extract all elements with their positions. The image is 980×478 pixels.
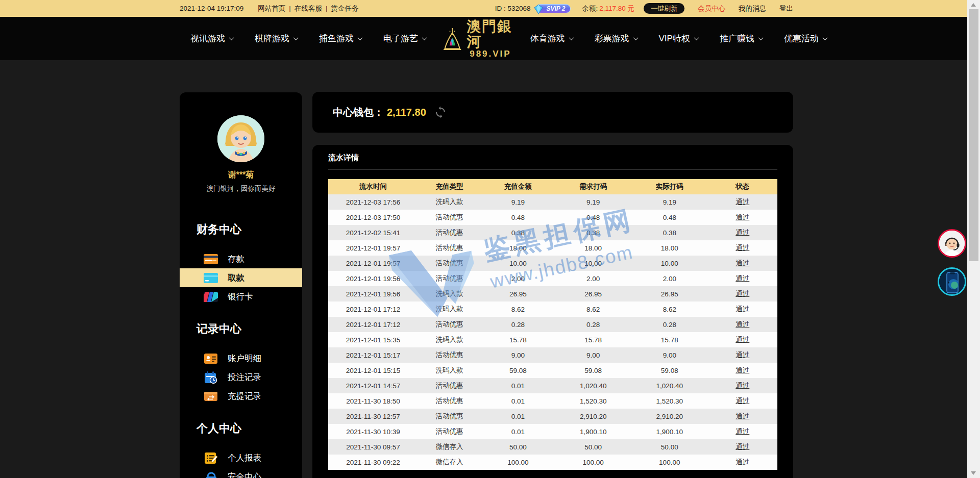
nav-item[interactable]: 视讯游戏 <box>190 33 233 44</box>
data-cell: 活动优惠 <box>418 424 481 439</box>
nav-item[interactable]: 推广赚钱 <box>720 33 763 44</box>
chevron-down-icon <box>569 35 574 40</box>
data-cell: 9.19 <box>631 194 708 210</box>
data-cell: 10.00 <box>631 256 708 271</box>
data-cell: 18.00 <box>481 240 555 256</box>
status-cell[interactable]: 通过 <box>708 439 777 455</box>
sidebar-item-银行卡[interactable]: 银行卡 <box>180 287 302 306</box>
chevron-down-icon <box>633 35 638 40</box>
table-row: 2021-12-01 15:35洗码入款15.7815.7815.78通过 <box>328 332 777 347</box>
nav-item[interactable]: 电子游艺 <box>383 33 426 44</box>
table-row: 2021-12-01 17:12洗码入款8.628.628.62通过 <box>328 301 777 317</box>
user-id-text: ID : 532068 <box>495 5 531 12</box>
wallet-amount: 2,117.80 <box>387 107 426 118</box>
status-cell[interactable]: 通过 <box>708 301 777 317</box>
data-cell: 59.08 <box>631 363 708 378</box>
data-cell: 1,520.30 <box>631 393 708 409</box>
status-cell[interactable]: 通过 <box>708 317 777 332</box>
status-cell[interactable]: 通过 <box>708 225 777 240</box>
column-header: 需求打码 <box>555 179 631 194</box>
status-cell[interactable]: 通过 <box>708 363 777 378</box>
data-cell: 10.00 <box>481 256 555 271</box>
data-cell: 0.38 <box>631 225 708 240</box>
status-cell[interactable]: 通过 <box>708 409 777 424</box>
wallet-card: 中心钱包： 2,117.80 <box>312 92 793 133</box>
mobile-app-float-button[interactable] <box>938 267 966 296</box>
sidebar-item-个人报表[interactable]: 个人报表 <box>180 448 302 467</box>
sidebar-item-取款[interactable]: 取款 <box>180 268 302 287</box>
data-cell: 活动优惠 <box>418 347 481 363</box>
sidebar-item-安全中心[interactable]: 安全中心 <box>180 467 302 478</box>
data-cell: 59.08 <box>481 363 555 378</box>
status-cell[interactable]: 通过 <box>708 194 777 210</box>
data-cell: 2021-12-01 15:35 <box>328 332 418 347</box>
scrollbar-down-arrow[interactable] <box>971 471 976 475</box>
status-cell[interactable]: 通过 <box>708 286 777 301</box>
topbar-link[interactable]: 赏金任务 <box>331 4 358 13</box>
status-cell[interactable]: 通过 <box>708 256 777 271</box>
page-scrollbar[interactable] <box>967 0 980 478</box>
nav-item[interactable]: 捕鱼游戏 <box>319 33 362 44</box>
site-logo[interactable]: 澳門銀河 989.VIP <box>442 19 514 59</box>
topbar-link[interactable]: 网站首页 <box>258 4 285 13</box>
nav-item[interactable]: 彩票游戏 <box>595 33 638 44</box>
scrollbar-up-arrow[interactable] <box>971 3 976 7</box>
status-cell[interactable]: 通过 <box>708 240 777 256</box>
data-cell: 洗码入款 <box>418 332 481 347</box>
status-cell[interactable]: 通过 <box>708 271 777 286</box>
sidebar-item-投注记录[interactable]: 投注记录 <box>180 368 302 387</box>
data-cell: 0.01 <box>481 393 555 409</box>
one-key-refresh-button[interactable]: 一键刷新 <box>644 3 684 14</box>
topbar-link[interactable]: 在线客服 <box>295 4 322 13</box>
sidebar-item-充提记录[interactable]: 充提记录 <box>180 387 302 406</box>
data-cell: 0.28 <box>555 317 631 332</box>
chevron-down-icon <box>293 35 299 40</box>
status-cell[interactable]: 通过 <box>708 455 777 470</box>
status-cell[interactable]: 通过 <box>708 332 777 347</box>
data-cell: 0.48 <box>631 210 708 225</box>
scrollbar-thumb[interactable] <box>969 9 978 261</box>
data-cell: 26.95 <box>631 286 708 301</box>
avatar[interactable] <box>217 115 264 162</box>
data-cell: 2,910.20 <box>631 409 708 424</box>
sidebar-item-账户明细[interactable]: 账户明细 <box>180 349 302 368</box>
status-cell[interactable]: 通过 <box>708 378 777 393</box>
data-cell: 2021-12-01 19:56 <box>328 271 418 286</box>
customer-service-float-button[interactable] <box>938 229 966 258</box>
separator: | <box>326 5 328 12</box>
data-cell: 1,900.10 <box>631 424 708 439</box>
data-cell: 2021-11-30 09:57 <box>328 439 418 455</box>
column-header: 状态 <box>708 179 777 194</box>
chevron-down-icon <box>758 35 763 40</box>
data-cell: 1,020.40 <box>555 378 631 393</box>
sidebar-item-存款[interactable]: 存款 <box>180 249 302 268</box>
data-cell: 活动优惠 <box>418 256 481 271</box>
data-cell: 活动优惠 <box>418 225 481 240</box>
sidebar-section-title: 财务中心 <box>180 222 302 237</box>
my-messages-link[interactable]: 我的消息 <box>739 4 766 13</box>
status-cell[interactable]: 通过 <box>708 393 777 409</box>
topbar-links: 网站首页|在线客服|赏金任务 <box>258 4 358 13</box>
data-cell: 0.38 <box>481 225 555 240</box>
data-cell: 活动优惠 <box>418 210 481 225</box>
nav-item[interactable]: VIP特权 <box>659 33 698 44</box>
data-cell: 50.00 <box>631 439 708 455</box>
data-cell: 2021-12-01 17:12 <box>328 301 418 317</box>
svip-badge: SVIP 2 <box>536 4 571 13</box>
customer-service-icon <box>939 231 965 256</box>
data-cell: 2021-12-01 19:57 <box>328 240 418 256</box>
column-header: 流水时间 <box>328 179 418 194</box>
status-cell[interactable]: 通过 <box>708 347 777 363</box>
logout-link[interactable]: 登出 <box>779 4 793 13</box>
nav-item[interactable]: 棋牌游戏 <box>255 33 298 44</box>
data-cell: 100.00 <box>481 455 555 470</box>
refresh-icon[interactable] <box>434 106 447 118</box>
account-detail-icon <box>203 352 219 365</box>
nav-item[interactable]: 体育游戏 <box>530 33 573 44</box>
data-cell: 微信存入 <box>418 439 481 455</box>
status-cell[interactable]: 通过 <box>708 210 777 225</box>
status-cell[interactable]: 通过 <box>708 424 777 439</box>
nav-item[interactable]: 优惠活动 <box>784 33 827 44</box>
member-center-link[interactable]: 会员中心 <box>698 4 725 13</box>
bet-record-icon <box>203 371 219 384</box>
